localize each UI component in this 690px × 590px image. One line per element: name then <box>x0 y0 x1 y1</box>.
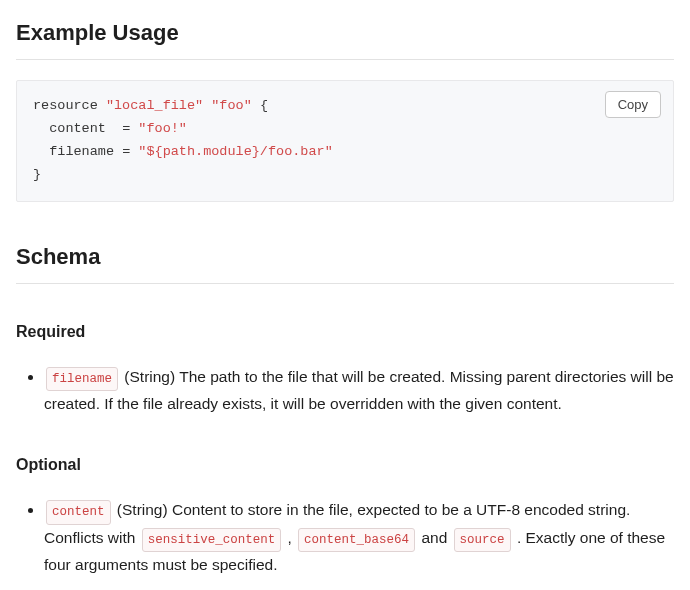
divider <box>16 283 674 284</box>
arg-description: (String) The path to the file that will … <box>44 368 674 413</box>
heading-example-usage: Example Usage <box>16 16 674 49</box>
code-token: resource <box>33 98 98 113</box>
text-sep: , <box>283 529 296 546</box>
arg-filename: filename <box>46 367 118 392</box>
heading-required: Required <box>16 320 674 344</box>
code-content: resource "local_file" "foo" { content = … <box>33 95 657 187</box>
code-token: } <box>33 167 41 182</box>
copy-button[interactable]: Copy <box>605 91 661 118</box>
code-token: "local_file" <box>106 98 203 113</box>
text-sep: and <box>417 529 451 546</box>
code-token: { <box>260 98 268 113</box>
divider <box>16 59 674 60</box>
optional-list: content (String) Content to store in the… <box>16 497 674 578</box>
code-token: content <box>49 121 106 136</box>
arg-ref-source: source <box>454 528 511 553</box>
list-item: content (String) Content to store in the… <box>44 497 674 578</box>
arg-content: content <box>46 500 111 525</box>
code-token: = <box>122 144 130 159</box>
code-token: "${path.module}/foo.bar" <box>138 144 332 159</box>
heading-optional: Optional <box>16 453 674 477</box>
code-token: = <box>122 121 130 136</box>
required-list: filename (String) The path to the file t… <box>16 364 674 417</box>
heading-schema: Schema <box>16 240 674 273</box>
list-item: filename (String) The path to the file t… <box>44 364 674 417</box>
arg-ref-content-base64: content_base64 <box>298 528 415 553</box>
code-token: "foo" <box>211 98 252 113</box>
arg-ref-sensitive-content: sensitive_content <box>142 528 282 553</box>
code-token: "foo!" <box>138 121 187 136</box>
code-block: Copy resource "local_file" "foo" { conte… <box>16 80 674 202</box>
code-token: filename <box>49 144 114 159</box>
